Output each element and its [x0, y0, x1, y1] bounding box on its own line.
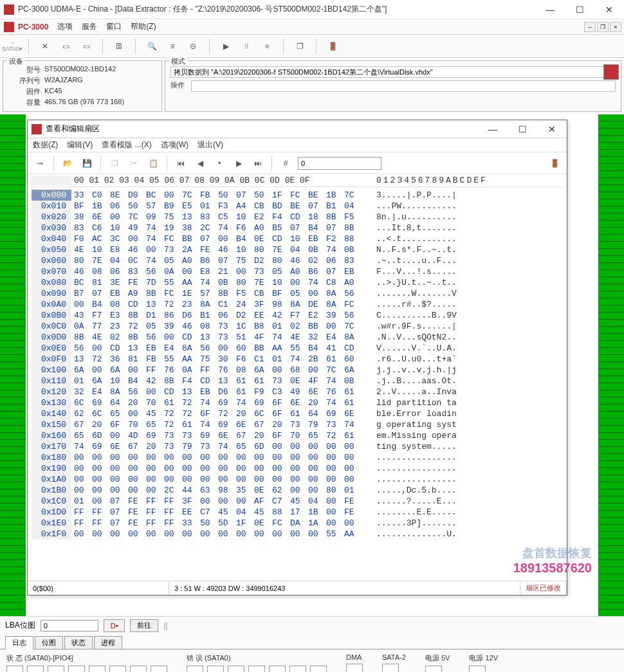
device-icon[interactable]: ▭ — [59, 39, 73, 53]
hex-row[interactable]: 0x0E05600CD13EBE48A560060BBAA55B441CDV..… — [32, 343, 563, 354]
hex-first-icon[interactable]: ⏮ — [174, 156, 188, 170]
copy-button[interactable]: ❐ — [293, 39, 307, 53]
menubar: PC-3000 选项 服务 窗口 帮助(Z) – ❐ × — [0, 19, 624, 35]
maximize-button[interactable]: ☐ — [565, 0, 594, 19]
task-icon[interactable]: 🖺 — [112, 39, 126, 53]
menu-options[interactable]: 选项 — [57, 21, 73, 32]
bitmap-strip-right[interactable] — [598, 114, 624, 616]
hex-row[interactable]: 0x1E0FFFF07FEFFFF33505D1F0EFCDA1A0000...… — [32, 518, 563, 529]
hex-row[interactable]: 0x080BC813EFE7D55AA740B807E100074C8A0..>… — [32, 277, 563, 288]
hex-row[interactable]: 0x03083C610497419382C74F6A0B507B4078B...… — [32, 222, 563, 233]
led-item: BSY — [6, 666, 23, 672]
mdi-restore-button[interactable]: ❐ — [597, 22, 609, 32]
hex-menu-exit[interactable]: 退出(V) — [197, 140, 223, 150]
hex-body[interactable]: 00 01 02 03 04 05 06 07 08 09 0A 0B 0C 0… — [28, 174, 567, 581]
hex-menu-edit[interactable]: 编辑(V) — [67, 140, 93, 150]
hex-row[interactable]: 0x0D08B4E028B5600CD1373514F744E32E48A.N.… — [32, 332, 563, 343]
hex-status-modified: 扇区已修改 — [520, 581, 567, 595]
led-item: 5V — [425, 666, 442, 672]
lba-label: LBA位图 — [5, 620, 35, 631]
status-group: 电源 12V12V — [469, 653, 498, 672]
disk-icon[interactable]: ⊝ — [186, 39, 200, 53]
hex-row[interactable]: 0x18000000000000000000000000000000000...… — [32, 452, 563, 463]
hex-row[interactable]: 0x00033C08ED0BC007CFB5007501FFCBE1B7C3..… — [32, 190, 563, 201]
hex-unlock-icon[interactable]: ⊸ — [33, 156, 47, 170]
hex-row[interactable]: 0x020386E007C09751383C510E2F4CD188BF58n.… — [32, 212, 563, 222]
tools-icon[interactable]: ✕ — [38, 39, 52, 53]
menu-window[interactable]: 窗口 — [106, 21, 122, 32]
hex-statusbar: 0($00) 3 : 51 W : 49203 DW : 3499016243 … — [28, 581, 567, 595]
hex-header-ascii: 0123456789ABCDEF — [361, 176, 488, 185]
hex-grid-icon[interactable]: # — [279, 156, 293, 170]
close-button[interactable]: ✕ — [594, 0, 624, 19]
hex-row[interactable]: 0x160656D004D697373696E67206F70657261em.… — [32, 430, 563, 441]
tab-bitmap[interactable]: 位图 — [35, 636, 63, 649]
hex-row[interactable]: 0x0A000B408CD1372238AC1243F988ADE8AFC...… — [32, 299, 563, 310]
hex-row[interactable]: 0x1F0000000000000000000000000000055AA...… — [32, 529, 563, 540]
hex-row[interactable]: 0x0C00A77237205394608731CB80102BB007C.w#… — [32, 321, 563, 332]
bitmap-strip-left[interactable] — [0, 114, 26, 616]
tab-log[interactable]: 日志 — [5, 636, 33, 649]
hex-row[interactable]: 0x110016A10B4428BF4CD136161730E4F740B.j.… — [32, 376, 563, 386]
hex-row[interactable]: 0x15067206F7065726174696E672073797374g o… — [32, 419, 563, 430]
settings-icon[interactable]: ▭ — [79, 39, 93, 53]
lba-input[interactable] — [41, 620, 98, 631]
menu-help[interactable]: 帮助(Z) — [131, 21, 156, 32]
hex-copy-icon[interactable]: ❐ — [107, 156, 122, 170]
hex-menu-template[interactable]: 查看模版 ...(X) — [102, 140, 151, 150]
pause-button[interactable]: ⏸ — [239, 39, 253, 53]
hex-close-button[interactable]: ✕ — [537, 120, 567, 139]
hex-maximize-button[interactable]: ☐ — [508, 120, 537, 139]
sata-port-button[interactable]: ⎓SATA0▾ — [5, 39, 19, 53]
search-icon[interactable]: 🔍 — [145, 39, 159, 53]
hex-row[interactable]: 0x19000000000000000000000000000000000...… — [32, 463, 563, 474]
filter-icon[interactable]: ≡ — [165, 39, 179, 53]
hex-menubar: 数据(Z) 编辑(V) 查看模版 ...(X) 选项(W) 退出(V) — [28, 138, 567, 152]
hex-save-icon[interactable]: 💾 — [80, 156, 94, 170]
hex-row[interactable]: 0x0504E10E84600732AFE4610807E040B740BN..… — [32, 244, 563, 255]
hex-exit-icon[interactable]: 🚪 — [547, 156, 562, 170]
minimize-button[interactable]: — — [535, 0, 565, 19]
menu-service[interactable]: 服务 — [82, 21, 97, 32]
hex-row[interactable]: 0x1B000000000002C446398350E6200008001...… — [32, 485, 563, 496]
tab-status[interactable]: 状态 — [64, 636, 93, 649]
mdi-close-button[interactable]: × — [610, 22, 621, 32]
hex-paste-icon[interactable]: 📋 — [146, 156, 160, 170]
hex-row[interactable]: 0x1006A006A00FF760AFF76086A0068007C6Aj.j… — [32, 365, 563, 376]
hex-row[interactable]: 0x0F013723681FB55AA7530F6C101742B6160.r6… — [32, 354, 563, 365]
hex-row[interactable]: 0x140626C65004572726F72206C6F6164696Eble… — [32, 408, 563, 419]
hex-next-icon[interactable]: ▶ — [232, 156, 246, 170]
hex-row[interactable]: 0x07046080683560A00E821007305A0B607EBF..… — [32, 266, 563, 277]
hex-center-icon[interactable]: • — [212, 156, 226, 170]
hex-row[interactable]: 0x040F0AC3C0074FCBB0700B40ECD10EBF288..<… — [32, 233, 563, 244]
hex-row[interactable]: 0x12032E48A5600CD13EBD661F9C3496E76612..… — [32, 386, 563, 397]
hex-row[interactable]: 0x1D0FFFF07FEFFFFEEC745044588171B00FE...… — [32, 507, 563, 518]
hex-row[interactable]: 0x090B707EBA98BFC1E578BF5CBBF05008A56...… — [32, 288, 563, 299]
stop-button[interactable]: ■ — [260, 39, 274, 53]
hex-minimize-button[interactable]: — — [478, 120, 508, 139]
hex-last-icon[interactable]: ⏭ — [251, 156, 265, 170]
hex-prev-icon[interactable]: ◀ — [193, 156, 207, 170]
tab-process[interactable]: 进程 — [94, 636, 122, 649]
hex-row[interactable]: 0x1306C696420706172746974696F6E207461lid… — [32, 397, 563, 408]
play-button[interactable]: ▶ — [219, 39, 233, 53]
hex-row[interactable]: 0x010BF1B065057B9E501F3A4CBBDBE07B104...… — [32, 201, 563, 212]
app-icon — [4, 5, 14, 15]
side-disk-icon[interactable] — [603, 64, 619, 80]
led-box — [187, 666, 203, 672]
hex-row[interactable]: 0x1A000000000000000000000000000000000...… — [32, 474, 563, 485]
hex-open-icon[interactable]: 📂 — [60, 156, 75, 170]
hex-row[interactable]: 0x1C0010007FEFFFF3F000000AFC7450400FE...… — [32, 496, 563, 507]
mdi-minimize-button[interactable]: – — [584, 22, 596, 32]
exit-icon[interactable]: 🚪 — [326, 39, 340, 53]
hex-row[interactable]: 0x17074696E672073797374656D0000000000tin… — [32, 441, 563, 452]
lba-indicator-button[interactable]: D• — [104, 619, 125, 632]
status-group: 错 误 (SATA0)BBKUNCINFTONAMN — [187, 653, 327, 672]
hex-menu-data[interactable]: 数据(Z) — [33, 140, 58, 150]
lba-goto-button[interactable]: 前往 — [130, 619, 158, 632]
hex-cut-icon[interactable]: ✂ — [127, 156, 141, 170]
hex-row[interactable]: 0x060807E040C7405A0B60775D28046020683.~.… — [32, 255, 563, 266]
hex-row[interactable]: 0x0B043F7E38BD186D6B106D2EE42F7E23956C..… — [32, 310, 563, 321]
hex-menu-options[interactable]: 选项(W) — [161, 140, 188, 150]
hex-search-input[interactable] — [298, 157, 381, 170]
